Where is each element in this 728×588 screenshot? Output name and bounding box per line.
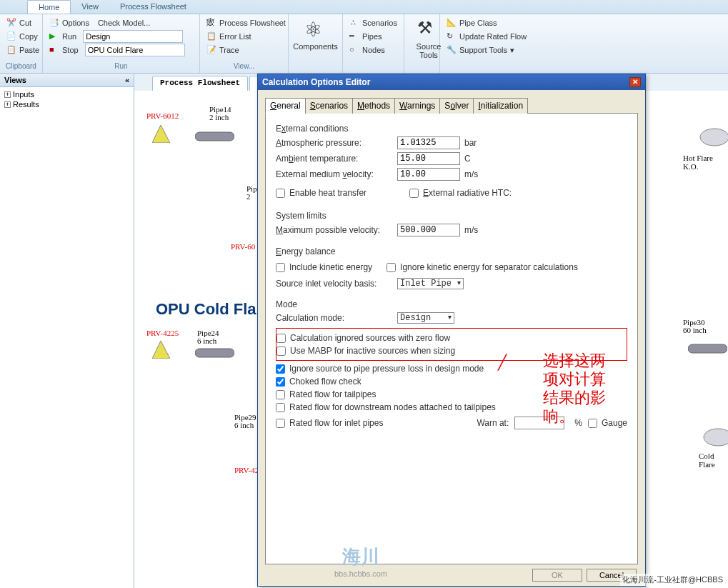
footer-note: 化海川流-工业社群@HCBBS — [620, 574, 725, 586]
tree-item-inputs[interactable]: +Inputs — [2, 89, 131, 99]
pipe14-icon[interactable] — [195, 130, 234, 143]
group-energy-balance: Energy balance — [276, 246, 627, 256]
atm-pressure-input[interactable] — [397, 136, 460, 149]
atm-pressure-label: Atmospheric pressure: — [276, 138, 397, 148]
ext-htc-check[interactable]: External radiative HTC: — [409, 188, 512, 198]
rated-flow-inlet-check[interactable]: Rated flow for inlet pipes — [276, 418, 383, 428]
svg-rect-1 — [195, 132, 234, 141]
run-button[interactable]: ▶Run — [47, 30, 79, 43]
svg-rect-5 — [688, 344, 727, 353]
heat-transfer-check[interactable]: Enable heat transfer — [276, 188, 367, 198]
clipboard-group-label: Clipboard — [4, 61, 38, 71]
fs-tab-process[interactable]: Process Flowsheet — [152, 76, 248, 91]
ribbon-tab-view[interactable]: View — [71, 0, 109, 14]
ribbon-tab-home[interactable]: Home — [27, 0, 71, 14]
svg-marker-0 — [152, 125, 170, 143]
close-icon[interactable]: ✕ — [629, 77, 641, 87]
group-mode: Mode — [276, 299, 627, 309]
update-rated-flow-button[interactable]: ↻Update Rated Flow — [444, 30, 529, 43]
ext-velocity-unit: m/s — [464, 169, 478, 179]
ignore-ke-sep-check[interactable]: Ignore kinetic energy for separator calc… — [387, 262, 578, 272]
trace-icon: 📝 — [206, 45, 216, 55]
scenarios-button[interactable]: ⛬Scenarios — [347, 16, 399, 29]
prv-42-label: PRV-42 — [234, 466, 259, 474]
stop-icon: ■ — [49, 45, 59, 55]
refresh-icon: ↻ — [447, 31, 457, 41]
calc-mode-select[interactable]: Design — [397, 312, 454, 324]
pipes-button[interactable]: ━Pipes — [347, 30, 399, 43]
warn-at-label: Warn at: — [477, 418, 509, 428]
tab-solver[interactable]: Solver — [439, 98, 474, 114]
prv-4225-icon[interactable] — [152, 341, 170, 359]
options-icon: 📑 — [49, 18, 59, 28]
options-button[interactable]: 📑Options — [47, 16, 91, 29]
nodes-icon: ○ — [349, 45, 359, 55]
paste-icon: 📋 — [6, 45, 16, 55]
views-tree: +Inputs +Results — [0, 87, 134, 111]
ok-button[interactable]: OK — [532, 569, 582, 582]
annotation-arrow: ╱ — [498, 354, 507, 371]
support-tools-button[interactable]: 🔧Support Tools▾ — [444, 44, 529, 56]
group-external-conditions: External conditions — [276, 124, 627, 134]
process-flowsheet-button[interactable]: 🕸Process Flowsheet — [204, 16, 288, 29]
tab-methods[interactable]: Methods — [352, 98, 395, 114]
copy-button[interactable]: 📄Copy — [4, 30, 41, 43]
scissors-icon: ✂️ — [6, 18, 16, 28]
ribbon-tab-process-flowsheet[interactable]: Process Flowsheet — [109, 0, 197, 14]
paste-button[interactable]: 📋Paste — [4, 44, 41, 56]
max-velocity-input[interactable] — [397, 224, 460, 236]
prv-6012-icon[interactable] — [152, 125, 170, 143]
tree-item-results[interactable]: +Results — [2, 99, 131, 109]
mode-select[interactable] — [83, 30, 183, 43]
max-velocity-unit: m/s — [464, 225, 478, 235]
error-list-button[interactable]: 📋Error List — [204, 30, 288, 43]
source-tools-icon: ⚒ — [417, 18, 440, 41]
inlet-basis-label: Source inlet velocity basis: — [276, 279, 397, 289]
pipe24-icon[interactable] — [195, 347, 234, 359]
ignored-sources-check[interactable]: Calculation ignored sources with zero fl… — [276, 333, 622, 343]
dialog-title: Calculation Options Editor — [262, 74, 370, 90]
trace-button[interactable]: 📝Trace — [204, 44, 288, 56]
views-title: Views — [4, 76, 26, 84]
tab-general[interactable]: General — [265, 98, 306, 114]
pipe14-size: 2 inch — [209, 113, 229, 121]
expand-icon[interactable]: + — [4, 91, 11, 98]
prv-60-label: PRV-60 — [231, 242, 255, 251]
pipe29-size: 6 inch — [234, 421, 254, 429]
ambient-temp-unit: C — [464, 154, 471, 164]
ambient-temp-input[interactable] — [397, 152, 460, 165]
check-model-button[interactable]: Check Model... — [96, 16, 152, 29]
copy-icon: 📄 — [6, 31, 16, 41]
group-system-limits: System limits — [276, 211, 627, 221]
include-ke-check[interactable]: Include kinetic energy — [276, 262, 372, 272]
cold-flare-vessel-icon[interactable] — [702, 427, 728, 448]
cut-button[interactable]: ✂️Cut — [4, 16, 41, 29]
watermark: 海川bbs.hcbbs.com — [334, 544, 387, 578]
hot-flare-label: Hot Flare K.O. — [683, 154, 728, 171]
ribbon-tab-strip: Home View Process Flowsheet — [0, 0, 728, 14]
scenario-select[interactable] — [85, 44, 185, 56]
inlet-basis-select[interactable]: Inlet Pipe — [397, 278, 464, 289]
components-button[interactable]: ⚛ Components — [293, 16, 338, 52]
nodes-button[interactable]: ○Nodes — [347, 44, 399, 56]
expand-icon[interactable]: + — [4, 101, 11, 108]
calculation-options-dialog: Calculation Options Editor ✕ General Sce… — [257, 74, 646, 587]
stop-button[interactable]: ■Stop — [47, 44, 81, 56]
tab-warnings[interactable]: Warnings — [394, 98, 440, 114]
tab-initialization[interactable]: Initialization — [473, 98, 528, 114]
run-group-label: Run — [47, 61, 195, 71]
dialog-tabs: General Scenarios Methods Warnings Solve… — [265, 97, 638, 114]
max-velocity-label: Maximum possible velocity: — [276, 225, 397, 235]
hot-flare-vessel-icon[interactable] — [699, 126, 728, 148]
svg-rect-3 — [195, 349, 234, 357]
prv-4225-label: PRV-4225 — [146, 329, 179, 337]
ext-velocity-input[interactable] — [397, 168, 460, 181]
flowsheet-icon: 🕸 — [206, 18, 216, 28]
view-group-label: View... — [204, 61, 284, 71]
pipe30-icon[interactable] — [688, 342, 727, 355]
pipe-class-button[interactable]: 📐Pipe Class — [444, 16, 529, 29]
tab-scenarios[interactable]: Scenarios — [305, 98, 353, 114]
pipe3-2: 2 — [246, 192, 251, 201]
ribbon: ✂️Cut 📄Copy 📋Paste Clipboard 📑Options Ch… — [0, 14, 728, 74]
collapse-icon[interactable]: « — [125, 76, 129, 84]
